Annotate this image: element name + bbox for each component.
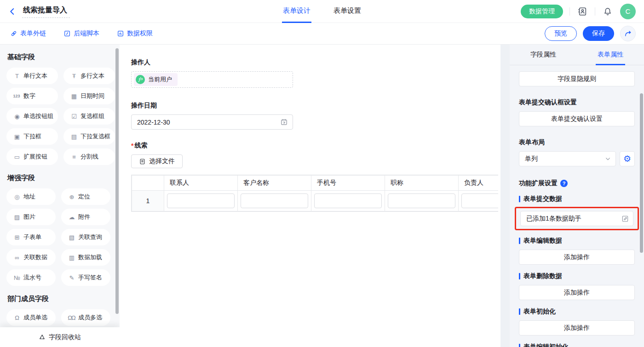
section-title: 增强字段: [7, 174, 110, 182]
field-item-data-load[interactable]: ▥数据加载: [61, 249, 110, 266]
tab-form-settings[interactable]: 表单设置: [333, 0, 362, 23]
chevron-down-icon: [605, 156, 611, 162]
radio-group-icon: ◉: [13, 113, 20, 120]
clue-table: 联系人 客户名称 手机号 职称 负责人 1: [131, 175, 498, 212]
field-item-member-single[interactable]: Ω成员单选: [6, 309, 56, 326]
job-title-input[interactable]: [388, 193, 455, 208]
serial-number-icon: №: [13, 274, 20, 281]
user-avatar[interactable]: C: [620, 4, 636, 19]
select-file-button[interactable]: 选择文件: [131, 154, 183, 168]
field-item-radio-group[interactable]: ◉单选按钮组: [6, 108, 58, 125]
field-item-signature[interactable]: ✎手写签名: [61, 269, 110, 286]
divider: [595, 7, 595, 16]
save-button[interactable]: 保存: [583, 26, 614, 41]
location-icon: ⊕: [68, 193, 75, 200]
enhanced-fields-section: 增强字段 ◎地址 ⊕定位 ▨图片 ☁附件 ⊞子表单 ▧关联查询 ∞关联数据 ▥数…: [6, 174, 110, 286]
data-assistant-field[interactable]: 已添加1条数据助手: [520, 211, 633, 226]
field-item-image[interactable]: ▨图片: [6, 209, 56, 225]
multi-select-icon: ▤: [70, 133, 77, 140]
field-item-address[interactable]: ◎地址: [6, 188, 56, 205]
canvas-panel-gap: [500, 45, 510, 347]
header-tabs: 表单设计 表单设置: [282, 0, 362, 23]
relation-data-icon: ∞: [13, 254, 20, 261]
extension-settings-title: 功能扩展设置 ?: [519, 179, 635, 188]
layout-select[interactable]: 单列: [519, 151, 616, 166]
field-item-attachment[interactable]: ☁附件: [61, 209, 110, 225]
file-icon: [139, 158, 146, 165]
page-title[interactable]: 线索批量导入: [22, 5, 70, 18]
share-button[interactable]: [620, 26, 636, 41]
data-permission-button[interactable]: 数据权限: [117, 29, 153, 38]
notification-bell-icon[interactable]: [602, 6, 614, 17]
toolbar-links: 表单外链 后端脚本 数据权限: [0, 29, 153, 38]
operator-field-label: 操作人: [131, 58, 500, 67]
contact-input[interactable]: [167, 193, 235, 208]
contact-book-icon[interactable]: [576, 6, 588, 17]
field-item-relation-query[interactable]: ▧关联查询: [61, 229, 110, 245]
form-layout-row: 单列 ⚙: [519, 151, 635, 166]
operator-field[interactable]: 户 当前用户: [131, 71, 293, 88]
toolbar-actions: 预览 保存: [545, 26, 644, 41]
table-header-row: 联系人 客户名称 手机号 职称 负责人: [132, 176, 499, 191]
panel-scrollbar[interactable]: [640, 93, 643, 253]
form-toolbar: 表单外链 后端脚本 数据权限 预览 保存: [0, 23, 644, 45]
column-header-owner: 负责人: [459, 176, 499, 191]
field-item-checkbox-group[interactable]: ☑复选框组: [63, 108, 115, 125]
tab-form-properties[interactable]: 表单属性: [577, 45, 644, 65]
field-item-location[interactable]: ⊕定位: [61, 188, 110, 205]
owner-input[interactable]: [461, 193, 498, 208]
address-icon: ◎: [13, 193, 20, 200]
sidebar-scrollbar[interactable]: [115, 48, 119, 314]
help-icon[interactable]: ?: [560, 180, 568, 187]
data-permission-icon: [117, 30, 124, 37]
submit-data-label: 表单提交数据: [519, 195, 635, 203]
attachment-icon: ☁: [68, 214, 75, 221]
field-item-extend-button[interactable]: ▭扩展按钮: [6, 148, 58, 165]
back-icon[interactable]: [7, 6, 17, 17]
external-link-button[interactable]: 表单外链: [10, 29, 46, 38]
preview-button[interactable]: 预览: [545, 26, 577, 41]
data-manage-button[interactable]: 数据管理: [521, 5, 563, 18]
field-recycle-bin[interactable]: 字段回收站: [0, 327, 120, 347]
field-item-subform[interactable]: ⊞子表单: [6, 229, 56, 245]
phone-input[interactable]: [314, 193, 382, 208]
field-visibility-rules-button[interactable]: 字段显隐规则: [519, 71, 635, 86]
highlight-red-box: 已添加1条数据助手: [515, 207, 639, 230]
field-item-select[interactable]: ▣下拉框: [6, 128, 58, 145]
field-item-multi-line-text[interactable]: Ŧ多行文本: [63, 68, 115, 84]
delete-data-label: 表单删除数据: [519, 272, 635, 280]
checkbox-group-icon: ☑: [70, 113, 77, 120]
layout-settings-button[interactable]: ⚙: [620, 151, 635, 166]
single-line-text-icon: T: [13, 73, 20, 80]
form-init-add-button[interactable]: 添加操作: [519, 320, 635, 336]
number-icon: 123: [13, 94, 20, 98]
tab-field-properties[interactable]: 字段属性: [510, 45, 577, 65]
backend-script-button[interactable]: 后端脚本: [63, 29, 99, 38]
current-user-tag[interactable]: 户 当前用户: [134, 73, 178, 86]
field-grid: T单行文本 Ŧ多行文本 123数字 ▦日期时间 ◉单选按钮组 ☑复选框组 ▣下拉…: [6, 68, 110, 165]
calendar-icon: [280, 118, 288, 126]
field-item-multi-select[interactable]: ▤下拉复选框: [63, 128, 115, 145]
field-item-datetime[interactable]: ▦日期时间: [63, 88, 115, 104]
column-header-contact: 联系人: [164, 176, 238, 191]
table-index-header: [132, 176, 164, 191]
delete-data-add-button[interactable]: 添加操作: [519, 285, 635, 300]
column-header-phone: 手机号: [311, 176, 385, 191]
customer-name-input[interactable]: [241, 193, 308, 208]
field-item-single-line-text[interactable]: T单行文本: [6, 68, 58, 84]
tab-form-design[interactable]: 表单设计: [282, 0, 311, 23]
field-grid: ◎地址 ⊕定位 ▨图片 ☁附件 ⊞子表单 ▧关联查询 ∞关联数据 ▥数据加载 №…: [6, 188, 110, 286]
field-item-member-multi[interactable]: ΩΩ成员多选: [61, 309, 110, 326]
submit-confirm-button[interactable]: 表单提交确认设置: [519, 111, 635, 126]
edit-data-add-button[interactable]: 添加操作: [519, 250, 635, 265]
field-item-divider[interactable]: ≡分割线: [63, 148, 115, 165]
clue-field-label: * 线索: [131, 142, 500, 150]
field-item-relation-data[interactable]: ∞关联数据: [6, 249, 56, 266]
field-item-serial-number[interactable]: №流水号: [6, 269, 56, 286]
date-field[interactable]: 2022-12-30: [131, 114, 293, 130]
basic-fields-section: 基础字段 T单行文本 Ŧ多行文本 123数字 ▦日期时间 ◉单选按钮组 ☑复选框…: [6, 53, 110, 165]
extend-button-icon: ▭: [13, 154, 20, 160]
form-designer-app: 线索批量导入 表单设计 表单设置 数据管理 C 表单外链: [0, 0, 644, 347]
field-item-number[interactable]: 123数字: [6, 88, 58, 104]
date-value: 2022-12-30: [137, 119, 280, 126]
